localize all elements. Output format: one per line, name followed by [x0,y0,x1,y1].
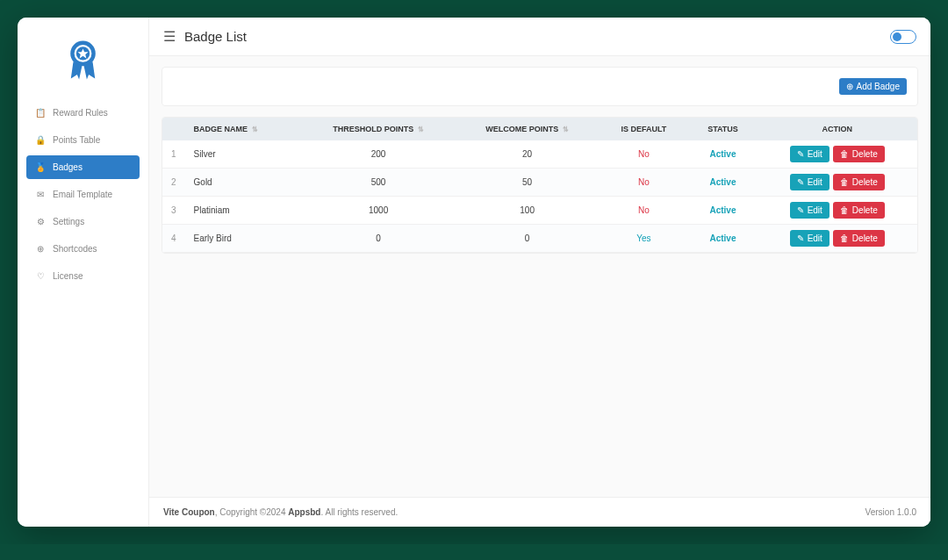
cell-welcome: 50 [456,169,599,197]
footer: Vite Coupon, Copyright ©2024 Appsbd. All… [149,497,930,527]
edit-button[interactable]: ✎ Edit [790,146,830,162]
cell-threshold: 500 [301,169,456,197]
sort-icon: ⇅ [252,126,258,133]
cell-threshold: 0 [301,225,456,253]
col-is-default: IS DEFAULT [599,118,688,140]
col-welcome-points[interactable]: WELCOME POINTS ⇅ [456,118,599,140]
app-window: 📋 Reward Rules 🔒 Points Table 🏅 Badges ✉… [18,18,930,527]
cell-badge-name: Silver [185,140,302,169]
row-index: 1 [162,140,185,169]
sidebar-item-label: Badges [53,162,83,172]
cell-welcome: 100 [456,197,599,225]
cell-badge-name: Platiniam [185,197,302,225]
footer-rights: . All rights reserved. [320,507,398,517]
cell-status: Active [689,225,758,253]
footer-company: Appsbd [288,507,320,517]
envelope-icon: ✉ [35,190,46,199]
cell-actions: ✎ Edit🗑 Delete [757,225,917,253]
cell-status: Active [689,169,758,197]
sidebar-item-shortcodes[interactable]: ⊕ Shortcodes [26,237,140,261]
col-action: ACTION [757,118,917,140]
sort-icon: ⇅ [418,126,424,133]
logo [18,18,148,101]
table-row: 3Platiniam1000100NoActive✎ Edit🗑 Delete [162,197,917,225]
footer-product: Vite Coupon [163,507,215,517]
footer-version: 1.0.0 [897,507,916,517]
edit-icon: ✎ [797,205,804,215]
edit-icon: ✎ [797,177,804,187]
sort-icon: ⇅ [563,126,569,133]
cell-badge-name: Gold [185,169,302,197]
lock-icon: 🔒 [35,135,46,145]
trash-icon: 🗑 [840,177,849,187]
delete-button[interactable]: 🗑 Delete [833,230,885,247]
trash-icon: 🗑 [840,233,849,243]
trash-icon: 🗑 [840,149,849,159]
col-threshold-points[interactable]: THRESHOLD POINTS ⇅ [301,118,456,140]
cell-status: Active [689,140,758,169]
col-status: STATUS [689,118,758,140]
content-area: ⊕ Add Badge BADGE NAME ⇅ [149,56,930,497]
cell-is-default: No [599,169,688,197]
cell-is-default: Yes [599,225,688,253]
plus-circle-icon: ⊕ [846,82,853,91]
row-index: 2 [162,169,185,197]
col-label: WELCOME POINTS [485,125,558,133]
sidebar-item-label: Settings [53,217,84,226]
delete-button[interactable]: 🗑 Delete [833,174,885,190]
table-row: 2Gold50050NoActive✎ Edit🗑 Delete [162,169,917,197]
cell-status: Active [689,197,758,225]
cell-is-default: No [599,140,688,169]
sidebar-item-settings[interactable]: ⚙ Settings [26,210,140,233]
page-title: Badge List [184,29,247,44]
trash-icon: 🗑 [840,205,849,215]
col-badge-name[interactable]: BADGE NAME ⇅ [185,118,302,140]
ribbon-badge-icon [59,35,107,83]
cell-is-default: No [599,197,688,225]
gear-icon: ⚙ [35,217,46,226]
sidebar-item-label: Email Template [53,190,112,199]
cell-actions: ✎ Edit🗑 Delete [757,140,917,169]
sidebar-item-email-template[interactable]: ✉ Email Template [26,183,140,206]
sidebar-nav: 📋 Reward Rules 🔒 Points Table 🏅 Badges ✉… [18,101,148,291]
sidebar-item-label: Reward Rules [53,108,108,118]
cell-threshold: 1000 [301,197,456,225]
col-label: BADGE NAME [194,125,248,133]
sidebar-item-label: Points Table [53,135,100,145]
footer-version-label: Version [865,507,897,517]
sidebar-item-badges[interactable]: 🏅 Badges [26,155,140,179]
col-label: THRESHOLD POINTS [333,125,413,133]
theme-toggle[interactable] [890,30,916,44]
cell-actions: ✎ Edit🗑 Delete [757,197,917,225]
cell-actions: ✎ Edit🗑 Delete [757,169,917,197]
cell-badge-name: Early Bird [185,225,302,253]
table-row: 4Early Bird00YesActive✎ Edit🗑 Delete [162,225,917,253]
table-row: 1Silver20020NoActive✎ Edit🗑 Delete [162,140,917,169]
row-index: 3 [162,197,185,225]
edit-button[interactable]: ✎ Edit [790,202,830,219]
table-header-row: BADGE NAME ⇅ THRESHOLD POINTS ⇅ WELCOME … [162,118,917,140]
header: ☰ Badge List [149,18,930,56]
badge-icon: 🏅 [35,162,46,172]
add-badge-button[interactable]: ⊕ Add Badge [839,78,908,95]
badge-table: BADGE NAME ⇅ THRESHOLD POINTS ⇅ WELCOME … [162,117,918,254]
delete-button[interactable]: 🗑 Delete [833,146,885,162]
cell-welcome: 20 [456,140,599,169]
edit-icon: ✎ [797,233,804,243]
edit-button[interactable]: ✎ Edit [790,174,830,190]
cell-welcome: 0 [456,225,599,253]
sidebar-item-reward-rules[interactable]: 📋 Reward Rules [26,101,140,125]
toolbar: ⊕ Add Badge [162,67,918,106]
sidebar-item-label: License [53,271,83,281]
col-index [162,118,185,140]
sidebar-item-label: Shortcodes [53,244,97,254]
cell-threshold: 200 [301,140,456,169]
sidebar-item-points-table[interactable]: 🔒 Points Table [26,128,140,152]
menu-toggle-icon[interactable]: ☰ [163,28,176,45]
list-icon: 📋 [35,108,46,118]
main: ☰ Badge List ⊕ Add Badge BAD [149,18,930,527]
sidebar: 📋 Reward Rules 🔒 Points Table 🏅 Badges ✉… [18,18,149,527]
delete-button[interactable]: 🗑 Delete [833,202,885,219]
edit-button[interactable]: ✎ Edit [790,230,830,247]
sidebar-item-license[interactable]: ♡ License [26,264,140,288]
